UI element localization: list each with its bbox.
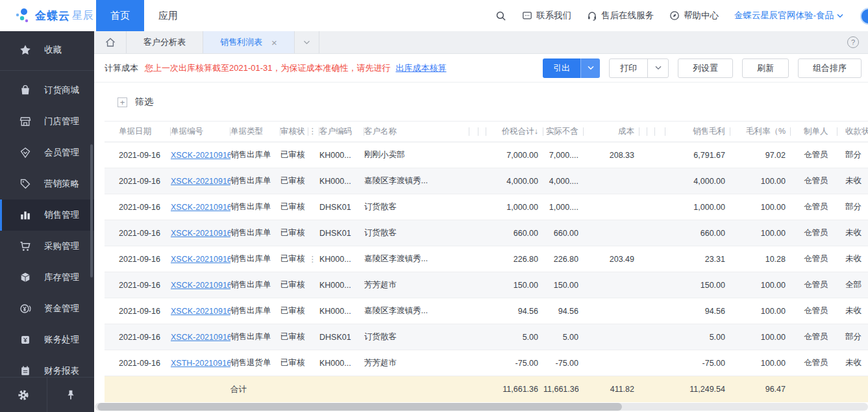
print-dropdown-icon[interactable] xyxy=(647,59,668,77)
column-header-billno[interactable]: 单据编号 xyxy=(171,121,230,142)
cell-billno[interactable]: XSCK-20210916 xyxy=(171,203,230,212)
cell-custcode: KH000... xyxy=(319,359,364,368)
export-button[interactable]: 引出 xyxy=(543,58,580,78)
notice-title: 计算成本 xyxy=(105,62,138,74)
column-header-date[interactable]: 单据日期 xyxy=(119,121,171,142)
column-header-custname[interactable]: 客户名称 xyxy=(364,121,469,142)
sidebar-item-funds-management[interactable]: 资金管理 xyxy=(0,293,94,324)
cell-billno[interactable]: XSCK-20210916 xyxy=(171,333,230,342)
tab-customer-analysis[interactable]: 客户分析表 xyxy=(127,31,203,53)
cell-actual: 5.00 xyxy=(543,333,584,342)
sidebar-item-inventory-management[interactable]: 库存管理 xyxy=(0,262,94,293)
table-row[interactable]: 2021-09-16XSCK-20210916销售出库单已审核KH000...嘉… xyxy=(105,168,868,194)
column-header-total[interactable]: 价税合计↓ xyxy=(486,121,543,142)
horizontal-scrollbar-track[interactable] xyxy=(95,403,868,411)
cell-custname: 嘉陵区李渡镇秀... xyxy=(364,175,469,187)
nav-tab-apps[interactable]: 应用 xyxy=(144,0,192,31)
table-row[interactable]: 2021-09-16XSTH-20210916销售退货单已审核KH000...芳… xyxy=(105,350,868,376)
search-icon[interactable] xyxy=(495,10,506,21)
table-row[interactable]: 2021-09-16XSCK-20210916销售出库单已审核DHSK01订货散… xyxy=(105,324,868,350)
bill-no-link[interactable]: XSCK-20210916 xyxy=(171,307,230,316)
cell-billno[interactable]: XSCK-20210916 xyxy=(171,255,230,264)
sidebar-item-sales-management[interactable]: 销售管理 xyxy=(0,200,94,231)
column-header-audit[interactable]: 审核状 xyxy=(280,121,308,142)
bill-no-link[interactable]: XSCK-20210916 xyxy=(171,151,230,160)
cell-profit: 4,000.00 xyxy=(665,177,730,186)
cell-billno[interactable]: XSCK-20210916 xyxy=(171,229,230,238)
cell-payment: 部分 xyxy=(837,201,868,212)
table-row[interactable]: 2021-09-16XSCK-20210916销售出库单已审核DHSK01订货散… xyxy=(105,220,868,246)
table-row[interactable]: 2021-09-16XSCK-20210916销售出库单已审核KH000...刚… xyxy=(105,142,868,168)
cell-date: 2021-09-16 xyxy=(119,255,171,264)
contact-us-link[interactable]: 联系我们 xyxy=(522,10,571,21)
sidebar-item-store-management[interactable]: 门店管理 xyxy=(0,106,94,137)
filter-expand-toggle[interactable]: + 筛选 xyxy=(118,96,153,108)
table-row[interactable]: 2021-09-16XSCK-20210916销售出库单已审核KH000...嘉… xyxy=(105,298,868,324)
cell-date: 2021-09-16 xyxy=(119,359,171,368)
bill-no-link[interactable]: XSCK-20210916 xyxy=(171,203,230,212)
cell-billno[interactable]: XSCK-20210916 xyxy=(171,281,230,290)
cell-billno[interactable]: XSCK-20210916 xyxy=(171,151,230,160)
column-header-sp3 xyxy=(639,121,647,142)
pin-sidebar-button[interactable] xyxy=(47,378,94,412)
column-header-profit[interactable]: 销售毛利 xyxy=(665,121,730,142)
sidebar-item-purchase-management[interactable]: 采购管理 xyxy=(0,231,94,262)
column-header-custcode[interactable]: 客户编码 xyxy=(319,121,364,142)
cell-margin: 100.00 xyxy=(730,229,791,238)
sidebar-item-favorites[interactable]: 收藏 xyxy=(0,31,94,69)
column-header-payment[interactable]: 收款状 xyxy=(837,121,868,142)
bill-no-link[interactable]: XSCK-20210916 xyxy=(171,333,230,342)
sidebar-item-order-mall[interactable]: 订货商城 xyxy=(0,75,94,106)
bill-no-link[interactable]: XSCK-20210916 xyxy=(171,281,230,290)
home-tab-button[interactable] xyxy=(94,31,127,53)
table-row[interactable]: 2021-09-16XSCK-20210916销售出库单已审核⋮KH000...… xyxy=(105,246,868,272)
nav-tab-home[interactable]: 首页 xyxy=(96,0,144,31)
cell-billno[interactable]: XSTH-20210916 xyxy=(171,359,230,368)
cell-billno[interactable]: XSCK-20210916 xyxy=(171,177,230,186)
table-row[interactable]: 2021-09-16XSCK-20210916销售出库单已审核KH000...芳… xyxy=(105,272,868,298)
cell-creator: 仓管员 xyxy=(791,331,837,342)
cell-billtype: 销售出库单 xyxy=(230,175,280,187)
column-header-creator[interactable]: 制单人 xyxy=(791,121,837,142)
cell-date: 2021-09-16 xyxy=(119,281,171,290)
bill-no-link[interactable]: XSCK-20210916 xyxy=(171,177,230,186)
cell-billno[interactable]: XSCK-20210916 xyxy=(171,307,230,316)
logo-text-primary: 金蝶云 xyxy=(35,8,70,23)
column-header-cost[interactable]: 成本 xyxy=(584,121,639,142)
filter-label: 筛选 xyxy=(135,96,153,108)
sidebar-item-accounting[interactable]: 账务处理 xyxy=(0,324,94,355)
plus-expander-icon[interactable]: + xyxy=(118,97,127,107)
export-dropdown-icon[interactable] xyxy=(580,58,600,78)
coin-yuan-icon xyxy=(19,303,31,315)
close-tab-icon[interactable]: × xyxy=(271,38,277,47)
export-split-button[interactable]: 引出 xyxy=(543,58,600,78)
sidebar-scrollbar[interactable] xyxy=(90,144,93,277)
help-center-link[interactable]: 帮助中心 xyxy=(669,10,719,21)
bill-no-link[interactable]: XSCK-20210916 xyxy=(171,229,230,238)
refresh-button[interactable]: 刷新 xyxy=(742,58,789,78)
settings-button[interactable] xyxy=(0,378,47,412)
cell-creator: 仓管员 xyxy=(791,149,837,161)
column-header-billtype[interactable]: 单据类型 xyxy=(230,121,280,142)
after-sales-service-link[interactable]: 售后在线服务 xyxy=(587,10,654,21)
bill-no-link[interactable]: XSCK-20210916 xyxy=(171,255,230,264)
column-header-actual[interactable]: 实际不含 xyxy=(543,121,584,142)
horizontal-scrollbar-thumb[interactable] xyxy=(97,403,622,411)
sidebar-item-member-management[interactable]: 会员管理 xyxy=(0,137,94,168)
column-settings-button[interactable]: 列设置 xyxy=(678,58,733,78)
cell-actual: 660.00 xyxy=(543,229,584,238)
table-row[interactable]: 2021-09-16XSCK-20210916销售出库单已审核DHSK01订货散… xyxy=(105,194,868,220)
tab-list-dropdown[interactable] xyxy=(295,31,319,53)
combo-sort-button[interactable]: 组合排序 xyxy=(798,58,862,78)
outbound-cost-accounting-link[interactable]: 出库成本核算 xyxy=(396,62,447,74)
sidebar-item-marketing-strategy[interactable]: 营销策略 xyxy=(0,168,94,200)
avatar[interactable] xyxy=(859,6,868,25)
print-button[interactable]: 打印 xyxy=(610,59,647,77)
bill-no-link[interactable]: XSTH-20210916 xyxy=(171,359,230,368)
account-switcher[interactable]: 金蝶云星辰官网体验-食品 xyxy=(734,10,843,21)
cell-billtype: 销售退货单 xyxy=(230,357,280,368)
print-split-button[interactable]: 打印 xyxy=(609,58,669,78)
column-header-margin[interactable]: 毛利率（% xyxy=(730,121,791,142)
help-icon[interactable]: ? xyxy=(847,36,859,48)
tab-sales-profit-report[interactable]: 销售利润表 × xyxy=(203,31,295,53)
